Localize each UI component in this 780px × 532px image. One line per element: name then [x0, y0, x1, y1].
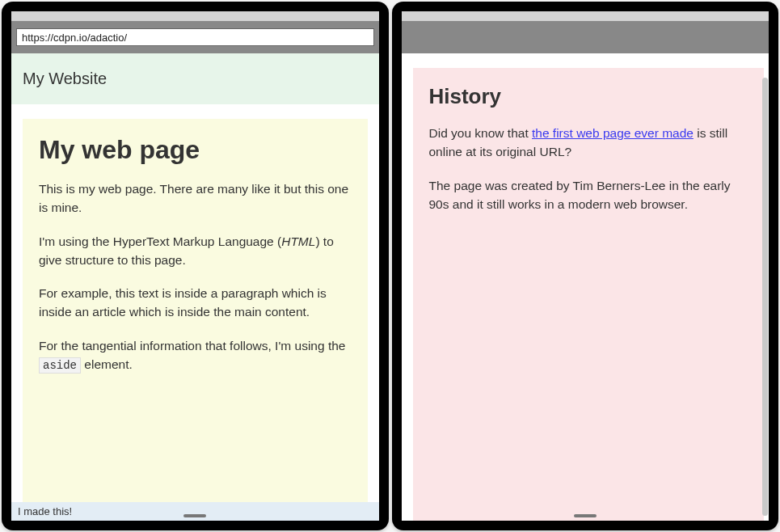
- article-paragraph: This is my web page. There are many like…: [39, 179, 352, 217]
- text: For the tangential information that foll…: [39, 339, 345, 353]
- site-footer: I made this!: [11, 502, 379, 521]
- article-paragraph: For the tangential information that foll…: [39, 336, 352, 374]
- abbr-html: HTML: [281, 234, 315, 248]
- viewport-right[interactable]: History Did you know that the first web …: [402, 53, 769, 521]
- home-indicator[interactable]: [183, 514, 206, 517]
- main-content: History Did you know that the first web …: [402, 53, 769, 521]
- url-input[interactable]: [16, 28, 374, 46]
- first-webpage-link[interactable]: the first web page ever made: [532, 126, 694, 140]
- article: My web page This is my web page. There a…: [23, 119, 368, 502]
- article-paragraph: For example, this text is inside a parag…: [39, 284, 352, 322]
- aside: History Did you know that the first web …: [413, 68, 765, 521]
- site-header: My Website: [11, 53, 379, 104]
- screen-right: History Did you know that the first web …: [402, 11, 769, 521]
- device-right: History Did you know that the first web …: [392, 2, 779, 530]
- browser-toolbar-empty: [402, 21, 769, 53]
- browser-toolbar: [11, 21, 379, 53]
- aside-paragraph: The page was created by Tim Berners-Lee …: [429, 176, 748, 214]
- text: Did you know that: [429, 126, 533, 140]
- aside-paragraph: Did you know that the first web page eve…: [429, 124, 748, 162]
- text: element.: [81, 357, 133, 371]
- status-bar: [402, 11, 769, 21]
- text: I'm using the HyperText Markup Language …: [39, 234, 281, 248]
- viewport-left[interactable]: My Website My web page This is my web pa…: [11, 53, 379, 521]
- screen-left: My Website My web page This is my web pa…: [11, 11, 379, 521]
- scrollbar-thumb[interactable]: [762, 78, 768, 516]
- footer-text: I made this!: [18, 505, 72, 517]
- article-paragraph: I'm using the HyperText Markup Language …: [39, 232, 352, 270]
- aside-heading: History: [429, 84, 748, 109]
- code-aside: aside: [39, 357, 81, 374]
- status-bar: [11, 11, 379, 21]
- device-left: My Website My web page This is my web pa…: [2, 2, 389, 530]
- main-content: My web page This is my web page. There a…: [11, 104, 379, 502]
- home-indicator[interactable]: [574, 514, 597, 517]
- site-title: My Website: [23, 70, 368, 88]
- article-heading: My web page: [39, 135, 352, 165]
